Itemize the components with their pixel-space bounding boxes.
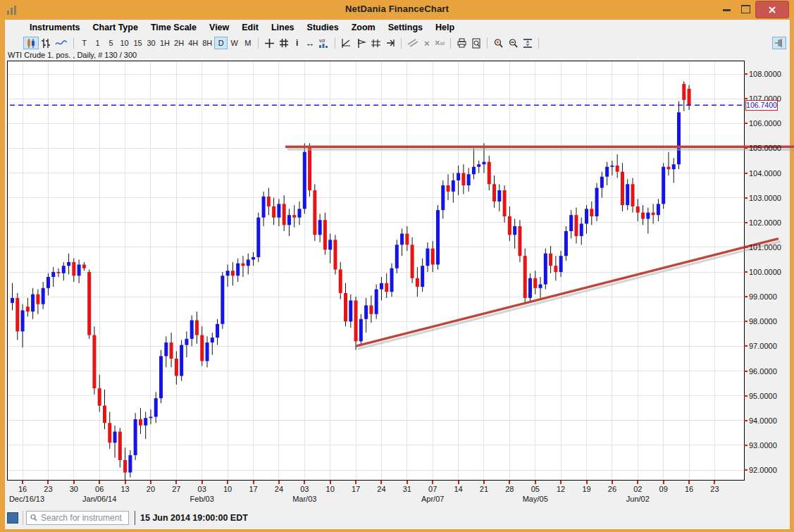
timescale-button-4h[interactable]: 4H [186, 37, 200, 49]
grid-button[interactable] [277, 37, 291, 49]
menu-item-settings[interactable]: Settings [382, 23, 429, 32]
candle-body-mar-31 [405, 234, 409, 245]
info-button[interactable]: i [291, 37, 303, 49]
channel-tool-icon [407, 38, 418, 48]
statusbar-separator [23, 511, 23, 525]
candle-body-jan-22 [159, 356, 163, 398]
timescale-button-1[interactable]: 1 [91, 37, 104, 49]
fit-vertical-button[interactable] [521, 37, 535, 49]
menu-item-help[interactable]: Help [429, 23, 461, 32]
candle-body-dec-23 [46, 277, 50, 288]
candle-body-jan-23 [164, 342, 168, 356]
title-bar: NetDania FinanceChart [0, 0, 794, 20]
candle-body-jan-27 [175, 359, 178, 376]
timescale-button-t[interactable]: T [77, 37, 91, 49]
candle-body-mar-17 [354, 300, 358, 341]
candle-body-jun-06 [657, 204, 660, 215]
close-button[interactable] [755, 1, 789, 18]
candle-body-jan-07 [103, 406, 106, 423]
crosshair-icon [264, 38, 275, 49]
candle-body-dec-31 [77, 264, 81, 276]
candle-body-feb-17 [252, 257, 255, 260]
candle-body-dec-27 [67, 262, 70, 266]
candle-body-apr-22 [488, 162, 491, 185]
print-preview-icon [471, 38, 481, 49]
trendline-tool-button[interactable] [339, 37, 354, 49]
delete-all-label: all [440, 41, 445, 46]
candle-body-feb-05 [211, 338, 214, 342]
candle-body-dec-12 [11, 298, 14, 303]
candle-body-jun-05 [652, 213, 655, 216]
timescale-button-m[interactable]: M [241, 37, 254, 49]
candle-body-may-15 [574, 215, 578, 236]
print-button[interactable] [454, 37, 469, 49]
search-input[interactable]: Search for instrument [26, 511, 129, 525]
candle-body-jun-03 [641, 213, 645, 219]
candle-body-mar-10 [328, 240, 332, 249]
zoom-in-button[interactable] [491, 37, 506, 49]
candle-body-may-16 [580, 224, 583, 237]
maximize-button[interactable] [741, 5, 750, 13]
candle-body-may-08 [549, 254, 552, 266]
candle-body-jan-09 [113, 432, 117, 443]
candle-body-feb-27 [292, 215, 296, 218]
delete-line-button[interactable]: × [421, 37, 433, 49]
candle-body-mar-18 [359, 319, 363, 342]
zoom-out-button[interactable] [506, 37, 521, 49]
candle-body-dec-16 [21, 310, 25, 331]
volume-button[interactable]: vol [316, 37, 331, 49]
timescale-button-30[interactable]: 30 [144, 37, 158, 49]
candle-body-mar-03 [303, 152, 306, 209]
menu-item-view[interactable]: View [203, 23, 235, 32]
candle-body-may-21 [595, 188, 599, 216]
minimize-button[interactable] [723, 9, 731, 11]
menu-item-time-scale[interactable]: Time Scale [144, 23, 203, 32]
timescale-button-10[interactable]: 10 [118, 37, 131, 49]
candle-body-apr-16 [467, 174, 471, 185]
channel-tool-button[interactable] [405, 37, 421, 49]
candle-body-apr-25 [503, 190, 507, 216]
candle-body-mar-20 [369, 305, 373, 314]
menu-item-edit[interactable]: Edit [235, 23, 265, 32]
candle-body-feb-12 [236, 264, 240, 276]
candle-body-jan-02 [87, 272, 91, 335]
candlestick-chart-button[interactable] [23, 37, 39, 49]
timescale-button-5[interactable]: 5 [104, 37, 118, 49]
menu-item-lines[interactable]: Lines [265, 23, 301, 32]
parallel-lines-tool-button[interactable] [368, 37, 383, 49]
timescale-button-d[interactable]: D [214, 37, 228, 49]
search-placeholder: Search for instrument [41, 513, 122, 523]
candle-body-jan-29 [185, 339, 188, 345]
timescale-button-w[interactable]: W [228, 37, 241, 49]
candle-body-dec-13 [15, 298, 19, 331]
candle-body-feb-20 [267, 197, 271, 206]
instrument-color-swatch[interactable] [7, 512, 18, 524]
app-window: { "window": { "title": "NetDania Finance… [0, 0, 794, 532]
candle-body-feb-28 [298, 209, 302, 217]
ohlc-bar-chart-button[interactable] [39, 37, 53, 49]
vertical-line-tool-button[interactable] [354, 37, 368, 49]
chart-canvas[interactable] [7, 61, 745, 481]
scroll-horizontal-button[interactable]: ↔ [303, 37, 316, 49]
candle-body-apr-02 [416, 278, 419, 287]
menu-item-studies[interactable]: Studies [301, 23, 345, 32]
timescale-button-2h[interactable]: 2H [172, 37, 186, 49]
candle-body-may-01 [523, 256, 527, 298]
crosshair-button[interactable] [262, 37, 277, 49]
parallel-lines-tool-icon [371, 38, 381, 49]
candle-body-may-29 [626, 184, 629, 205]
print-preview-button[interactable] [469, 37, 483, 49]
line-chart-button[interactable] [53, 37, 70, 49]
delete-all-lines-button[interactable]: ×all [433, 37, 447, 49]
zoom-in-icon [493, 38, 504, 49]
pin-toolbar-button[interactable] [772, 37, 786, 49]
menu-item-instruments[interactable]: Instruments [23, 23, 87, 32]
menu-item-chart-type[interactable]: Chart Type [87, 23, 144, 32]
timescale-button-1h[interactable]: 1H [158, 37, 172, 49]
menu-item-zoom[interactable]: Zoom [345, 23, 382, 32]
timescale-button-8h[interactable]: 8H [200, 37, 214, 49]
pointer-tool-button[interactable] [383, 37, 397, 49]
candle-body-jan-06 [98, 388, 101, 406]
timescale-button-15[interactable]: 15 [131, 37, 144, 49]
candle-body-jun-09 [662, 167, 665, 204]
